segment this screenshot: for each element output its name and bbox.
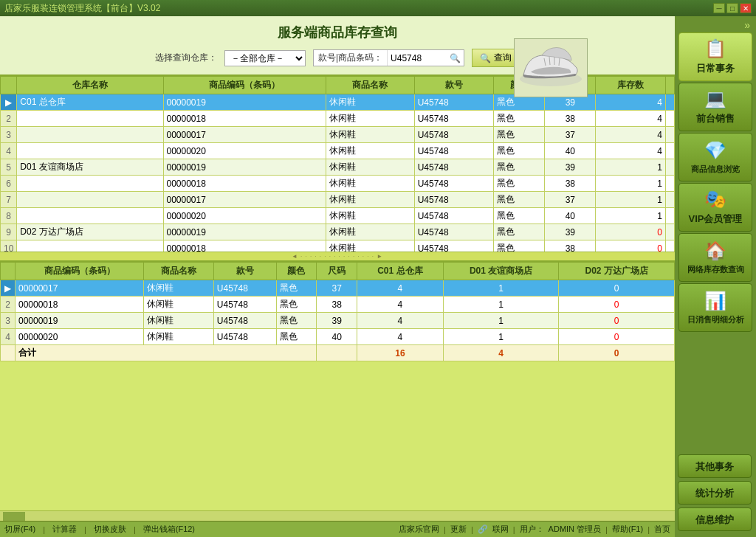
sku-cell: U45748	[414, 94, 493, 111]
lower-table-scroll[interactable]: 商品编码（条码） 商品名称 款号 颜色 尺码 C01 总仓库 D01 友谊商场店…	[0, 262, 675, 510]
lower-row-indicator: 2	[1, 297, 16, 313]
lower-code-cell: 00000020	[16, 329, 144, 345]
warehouse-cell: C01 总仓库	[17, 94, 163, 111]
lower-col-name: 商品名称	[144, 263, 214, 280]
size-cell: 40	[545, 143, 596, 159]
lower-name-cell: 休闲鞋	[144, 297, 214, 313]
status-update[interactable]: 更新	[450, 524, 467, 535]
search-input-group: 款号|商品条码： 🔍	[313, 49, 464, 66]
search-btn-label: 查询	[494, 52, 512, 64]
search-button[interactable]: 🔍 查询	[472, 49, 520, 67]
status-fn4[interactable]: 切屏(F4)	[4, 524, 35, 535]
status-drawer[interactable]: 弹出钱箱(F12)	[143, 524, 195, 535]
status-website[interactable]: 店家乐官网	[399, 524, 439, 535]
lower-total-c01: 16	[357, 345, 444, 361]
warehouse-cell	[17, 111, 163, 127]
row-indicator: 9	[1, 224, 17, 240]
qty-cell: 1	[596, 208, 666, 224]
sidebar-item-analysis[interactable]: 📊 日消售明细分析	[678, 283, 752, 332]
scroll-dots: ◄ · · · · · · · · · · · · · · · · ►	[292, 253, 383, 260]
status-skin[interactable]: 切换皮肤	[94, 524, 126, 535]
page-title: 服务端商品库存查询	[278, 24, 397, 41]
vip-label: VIP会员管理	[689, 212, 743, 226]
sidebar-item-network[interactable]: 🏠 网络库存数查询	[678, 233, 752, 282]
sku-cell: U45748	[414, 111, 493, 127]
name-cell: 休闲鞋	[326, 192, 414, 208]
upper-table-scroll[interactable]: 仓库名称 商品编码（条码） 商品名称 款号 颜色 尺码 库存数 ▶ C01 总仓…	[0, 76, 675, 252]
color-cell: 黑色	[493, 176, 544, 192]
scrollbar-thumb[interactable]	[3, 512, 25, 521]
name-cell: 休闲鞋	[326, 208, 414, 224]
search-input[interactable]	[388, 52, 447, 65]
lower-row-indicator: 4	[1, 329, 16, 345]
lower-sku-cell: U45748	[213, 313, 276, 329]
sidebar-other-btn[interactable]: 其他事务	[678, 454, 752, 478]
analysis-icon: 📊	[704, 291, 726, 311]
close-button[interactable]: ✕	[740, 3, 752, 13]
analysis-label: 日消售明细分析	[687, 314, 744, 325]
sidebar-item-vip[interactable]: 🎭 VIP会员管理	[678, 183, 752, 232]
sku-cell: U45748	[414, 208, 493, 224]
upper-table: 仓库名称 商品编码（条码） 商品名称 款号 颜色 尺码 库存数 ▶ C01 总仓…	[0, 76, 675, 252]
network-sidebar-icon: 🏠	[704, 240, 726, 261]
qty-cell: 1	[596, 192, 666, 208]
qty-cell: 0	[596, 224, 666, 240]
lower-d01-cell: 1	[443, 280, 559, 297]
scroll-indicator[interactable]: ◄ · · · · · · · · · · · · · · · · ►	[0, 252, 675, 260]
network-status: 联网	[492, 524, 509, 535]
maximize-button[interactable]: □	[726, 3, 738, 13]
name-cell: 休闲鞋	[326, 94, 414, 111]
code-cell: 00000019	[163, 94, 326, 111]
color-cell: 黑色	[493, 192, 544, 208]
vip-icon: 🎭	[704, 189, 726, 209]
name-cell: 休闲鞋	[326, 224, 414, 240]
main-container: 服务端商品库存查询 选择查询仓库： －全部仓库－	[0, 16, 756, 537]
lower-color-cell: 黑色	[276, 329, 317, 345]
code-cell: 00000018	[163, 176, 326, 192]
sidebar-expand[interactable]: »	[678, 19, 753, 31]
sidebar-info-btn[interactable]: 信息维护	[678, 507, 752, 531]
lower-col-code: 商品编码（条码）	[16, 263, 144, 280]
product-icon: 💎	[704, 140, 726, 161]
qty-cell: 4	[596, 94, 666, 111]
lower-d02-cell: 0	[559, 297, 675, 313]
col-qty: 库存数	[596, 77, 666, 94]
search-input-icon[interactable]: 🔍	[447, 52, 464, 65]
sidebar-bottom-buttons: 其他事务 统计分析 信息维护	[678, 454, 753, 534]
sku-cell: U45748	[414, 240, 493, 252]
size-cell: 40	[545, 208, 596, 224]
lower-color-cell: 黑色	[276, 280, 317, 297]
home-link[interactable]: 首页	[654, 524, 670, 535]
content-area: 服务端商品库存查询 选择查询仓库： －全部仓库－	[0, 16, 675, 537]
bottom-scrollbar[interactable]	[0, 510, 675, 521]
help-link[interactable]: 帮助(F1)	[612, 524, 643, 535]
lower-sku-cell: U45748	[213, 329, 276, 345]
product-image	[514, 38, 588, 97]
code-cell: 00000017	[163, 127, 326, 143]
lower-d02-cell: 0	[559, 329, 675, 345]
qty-cell: 1	[596, 176, 666, 192]
lower-row-indicator: 3	[1, 313, 16, 329]
color-cell: 黑色	[493, 208, 544, 224]
status-calc[interactable]: 计算器	[52, 524, 77, 535]
warehouse-select[interactable]: －全部仓库－	[224, 50, 306, 66]
name-cell: 休闲鞋	[326, 176, 414, 192]
sidebar-item-sales[interactable]: 💻 前台销售	[678, 83, 752, 131]
lower-col-sku: 款号	[213, 263, 276, 280]
row-indicator: 5	[1, 159, 17, 176]
size-cell: 39	[545, 224, 596, 240]
col-scroll	[666, 77, 675, 94]
sku-cell: U45748	[414, 127, 493, 143]
name-cell: 休闲鞋	[326, 127, 414, 143]
search-bar: 选择查询仓库： －全部仓库－ 款号|商品条码： 🔍 🔍 查询	[155, 49, 520, 67]
lower-table: 商品编码（条码） 商品名称 款号 颜色 尺码 C01 总仓库 D01 友谊商场店…	[0, 262, 675, 361]
size-cell: 38	[545, 176, 596, 192]
lower-code-cell: 00000017	[16, 280, 144, 297]
minimize-button[interactable]: ─	[713, 3, 725, 13]
name-cell: 休闲鞋	[326, 143, 414, 159]
row-indicator: 4	[1, 143, 17, 159]
warehouse-cell	[17, 240, 163, 252]
sidebar-item-product[interactable]: 💎 商品信息浏览	[678, 133, 752, 181]
sidebar-stats-btn[interactable]: 统计分析	[678, 481, 752, 505]
sidebar-item-daily[interactable]: 📋 日常事务	[678, 32, 752, 81]
